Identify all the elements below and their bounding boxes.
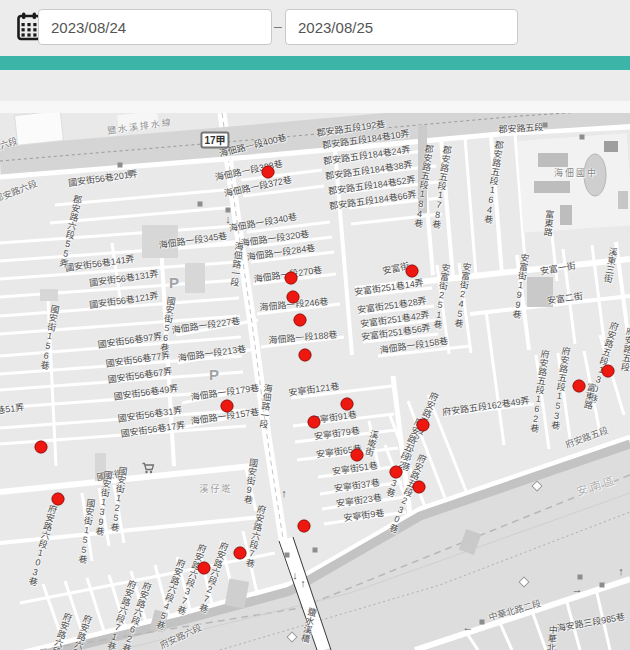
map-marker[interactable] xyxy=(52,493,65,506)
street-label: 海佃路一段158巷 xyxy=(379,337,449,356)
street-label: 府安路五段162巷49弄 xyxy=(442,396,530,417)
poi-square xyxy=(580,135,585,140)
street-label: 郡安路六段55弄 xyxy=(58,194,82,268)
street-label: 國安街56巷141弄 xyxy=(65,255,136,274)
street-label: 郡安路六段 xyxy=(0,137,19,159)
street-label: 府安路五段 xyxy=(619,326,630,372)
street-label: 安富街251巷 xyxy=(432,263,450,330)
map-marker[interactable] xyxy=(198,562,211,575)
street-label: 安寧街51巷 xyxy=(332,461,379,476)
street-label: 國安街56巷51弄 xyxy=(0,403,25,421)
street-label: 海安路三段985巷 xyxy=(556,613,626,634)
road-arrow: ← xyxy=(463,622,474,633)
map-marker[interactable] xyxy=(234,547,247,560)
street-label: 郡安路五段184巷 xyxy=(413,144,434,228)
street-label: 府安路五段162巷 xyxy=(529,349,550,433)
street-label: 溪仔墘 xyxy=(199,485,232,494)
street-label: 安寧街9巷 xyxy=(343,509,385,524)
map-marker[interactable] xyxy=(351,449,364,462)
map-marker[interactable] xyxy=(308,416,321,429)
road-arrow: ↓ xyxy=(225,214,231,225)
street-label: 國安街56巷97弄 xyxy=(97,332,163,350)
street-label: 安富街245巷 xyxy=(453,262,471,329)
street-label: 溪墘街 xyxy=(363,429,379,457)
map-marker[interactable] xyxy=(406,265,419,278)
street-label: 安富街199巷 xyxy=(511,253,529,320)
street-label: 國安街56巷17弄 xyxy=(120,421,186,439)
map-marker[interactable] xyxy=(285,272,298,285)
street-label: 鹽水溪橋 xyxy=(299,606,316,643)
poi-diamond xyxy=(518,576,529,587)
street-label: 安寧街121巷 xyxy=(288,382,340,398)
teal-divider-bar xyxy=(0,56,630,70)
street-label: 安南區 xyxy=(575,474,618,497)
date-from-input[interactable] xyxy=(38,9,272,45)
map-marker[interactable] xyxy=(262,166,275,179)
map-marker[interactable] xyxy=(298,520,311,533)
road-arrow: → xyxy=(572,584,583,595)
poi-diamond xyxy=(286,631,297,642)
map-marker[interactable] xyxy=(294,314,307,327)
street-label: 安寧街23巷 xyxy=(336,493,383,508)
street-label: 海佃路一段213巷 xyxy=(177,345,247,364)
street-label: 海佃路一段227巷 xyxy=(171,317,241,336)
map-marker[interactable] xyxy=(573,380,586,393)
map-marker[interactable] xyxy=(287,291,300,304)
street-label: 安寧街79巷 xyxy=(314,426,361,441)
date-to-input[interactable] xyxy=(285,9,518,45)
map-marker[interactable] xyxy=(602,365,615,378)
poi-square xyxy=(118,163,123,168)
street-label: 府安路六段 xyxy=(50,611,72,650)
street-label: 海佃國中 xyxy=(554,169,598,178)
poi-diamond xyxy=(531,480,542,491)
map-marker[interactable] xyxy=(341,398,354,411)
map-marker[interactable] xyxy=(390,466,403,479)
street-label: 府安路五段153巷 xyxy=(550,346,571,430)
street-label: 府安路六段 xyxy=(159,623,204,650)
street-label: 海佃路一段 xyxy=(258,383,272,429)
poi-square xyxy=(128,171,133,176)
street-label: 海佃路一段 xyxy=(229,241,243,287)
street-label: 安寧街37巷 xyxy=(334,478,381,493)
street-label: 溪東三街 xyxy=(602,246,617,283)
street-label: 富東路 xyxy=(542,209,553,237)
map-marker[interactable] xyxy=(299,349,312,362)
parking-icon: P xyxy=(169,275,179,290)
street-label: 府安路六段 xyxy=(70,613,92,650)
poi-square xyxy=(600,583,605,588)
street-label: 鹽水溪排水線 xyxy=(107,118,174,136)
poi-square xyxy=(543,123,548,128)
street-label: 安富街251巷14弄 xyxy=(354,279,425,298)
street-label: 郡安路五段 xyxy=(498,123,543,134)
street-label: 府安路六段103巷 xyxy=(27,503,57,586)
date-range-separator: – xyxy=(271,18,285,34)
parking-icon: P xyxy=(209,367,219,382)
street-label: 國安街9巷 xyxy=(242,458,257,505)
map-marker[interactable] xyxy=(417,419,430,432)
road-arrow: ↓ xyxy=(292,570,298,581)
street-label: 海佃路一段188巷 xyxy=(268,331,338,346)
street-label: 國安街56巷67弄 xyxy=(107,367,173,385)
road-badge: 17甲 xyxy=(200,132,229,149)
map-marker[interactable] xyxy=(35,441,48,454)
street-label: 國安街56巷49弄 xyxy=(113,384,179,402)
street-label: 國安街56巷77弄 xyxy=(105,351,171,369)
poi-square xyxy=(285,553,290,558)
poi-square xyxy=(198,202,203,207)
street-label: 安富一街 xyxy=(539,261,576,276)
app-window: – xyxy=(0,0,630,650)
toolbar-strip xyxy=(0,70,630,101)
street-label: 中華北路 xyxy=(545,625,557,650)
street-label: 國安街155巷 xyxy=(77,498,95,565)
street-label: 海佃路一段345巷 xyxy=(158,232,228,251)
street-label: 國安街156巷 xyxy=(39,304,59,371)
map-marker[interactable] xyxy=(221,400,234,413)
map-canvas[interactable]: 鹽水溪排水線郡安路六段郡安路六段國安街56巷201弄海佃路一段400巷海佃路一段… xyxy=(0,113,630,650)
road-arrow: ↑ xyxy=(618,566,624,577)
map-overlay-layer: 鹽水溪排水線郡安路六段郡安路六段國安街56巷201弄海佃路一段400巷海佃路一段… xyxy=(0,113,630,650)
street-label: 海佃路一段340巷 xyxy=(228,213,298,234)
street-label: 國安街56巷121弄 xyxy=(89,292,160,311)
poi-square xyxy=(578,575,583,580)
map-marker[interactable] xyxy=(413,481,426,494)
road-arrow: ↑ xyxy=(300,578,306,589)
